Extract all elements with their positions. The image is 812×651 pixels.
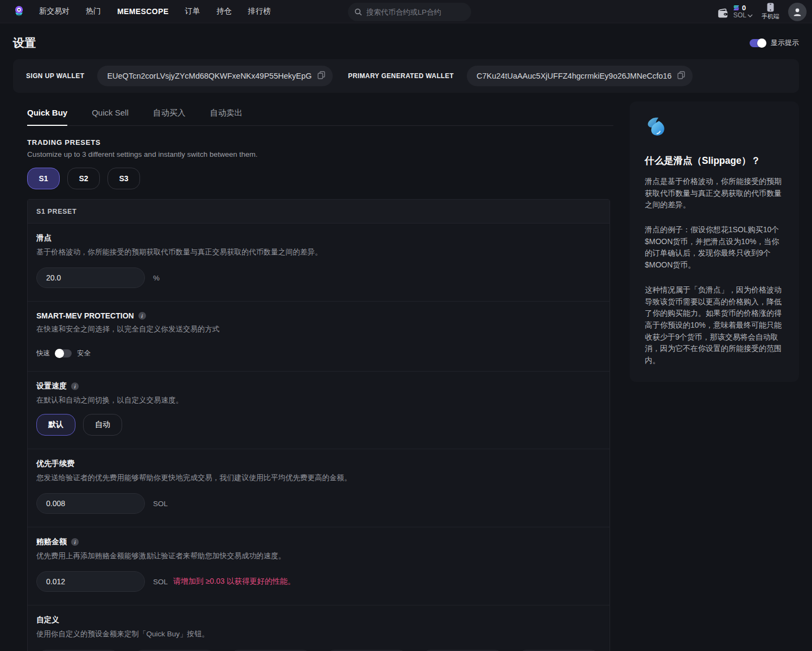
mobile-app-button[interactable]: 手机端 [762, 3, 779, 21]
signup-wallet-address[interactable]: EUeQTcn2corLVsjyZYcMd68QKWFxeNKx49P55Hek… [97, 66, 333, 86]
wallet-balance-menu[interactable]: 0 SOL [717, 4, 753, 19]
nav-memescope[interactable]: MEMESCOPE [117, 7, 169, 16]
mev-title: SMART-MEV PROTECTION [36, 311, 134, 320]
mobile-app-label: 手机端 [762, 12, 779, 21]
sol-bars-icon [734, 6, 739, 11]
primary-wallet-address-text: C7Ku24tUaAAuc5XjUFFZ4hgcrmkiEy9o26JMNeCc… [477, 72, 671, 80]
speed-auto-button[interactable]: 自动 [83, 414, 122, 436]
balance-display: 0 SOL [733, 4, 753, 19]
priority-fee-unit: SOL [153, 500, 168, 508]
wallet-bar: SIGN UP WALLET EUeQTcn2corLVsjyZYcMd68QK… [13, 59, 799, 93]
page-title: 设置 [13, 35, 36, 50]
priority-fee-desc: 您发送给验证者的优先费用能够帮助你更快地完成交易，我们建议使用比平均优先费更高的… [36, 473, 601, 483]
priority-fee-input[interactable] [36, 493, 145, 514]
water-drop-icon [645, 117, 667, 139]
tab-auto-buy[interactable]: 自动买入 [153, 101, 186, 125]
help-paragraph-1: 滑点是基于价格波动，你所能接受的预期获取代币数量与真正交易获取的代币数量之间的差… [645, 176, 784, 211]
settings-column: Quick Buy Quick Sell 自动买入 自动卖出 TRADING P… [13, 101, 613, 651]
phone-icon [766, 3, 775, 12]
nav-leaderboard[interactable]: 排行榜 [248, 7, 271, 16]
trading-presets-title: TRADING PRESETS [27, 138, 613, 146]
show-tips-label: 显示提示 [771, 38, 799, 48]
trading-presets-subtitle: Customize up to 3 different settings and… [27, 150, 613, 158]
speed-section: 设置速度 i 在默认和自动之间切换，以自定义交易速度。 默认 自动 [28, 372, 610, 449]
nav-orders[interactable]: 订单 [185, 7, 200, 16]
mev-desc: 在快速和安全之间选择，以完全自定义你发送交易的方式 [36, 324, 601, 334]
help-paragraph-2: 滑点的例子：假设你想花1SOL购买10个$MOON货币，并把滑点设为10%，当你… [645, 224, 784, 271]
bribe-desc: 优先费用上再添加贿赂金额能够激励让验证者来帮助您加快交易成功的速度。 [36, 551, 601, 561]
search-box[interactable] [348, 3, 471, 21]
bribe-unit: SOL [153, 578, 168, 586]
nav-holdings[interactable]: 持仓 [217, 7, 232, 16]
slippage-desc: 基于价格波动，你所能接受的预期获取代币数量与真正交易获取的代币数量之间的差异。 [36, 247, 601, 257]
settings-tabs: Quick Buy Quick Sell 自动买入 自动卖出 [27, 101, 613, 126]
main-content: Quick Buy Quick Sell 自动买入 自动卖出 TRADING P… [0, 93, 812, 651]
page-header: 设置 显示提示 [0, 23, 812, 59]
tab-quick-buy[interactable]: Quick Buy [27, 101, 67, 126]
bribe-title: 贿赂金额 [36, 537, 67, 547]
priority-fee-section: 优先手续费 您发送给验证者的优先费用能够帮助你更快地完成交易，我们建议使用比平均… [28, 449, 610, 527]
balance-currency: SOL [733, 12, 746, 19]
preset-s3-button[interactable]: S3 [107, 168, 140, 189]
custom-title: 自定义 [36, 615, 601, 625]
preset-s1-button[interactable]: S1 [27, 168, 60, 189]
preset-switcher: S1 S2 S3 [27, 168, 613, 189]
slippage-help-card: 什么是滑点（Slippage）？ 滑点是基于价格波动，你所能接受的预期获取代币数… [630, 101, 799, 382]
info-icon[interactable]: i [71, 538, 79, 546]
chevron-down-icon [747, 14, 753, 17]
speed-desc: 在默认和自动之间切换，以自定义交易速度。 [36, 395, 601, 405]
slippage-title: 滑点 [36, 233, 601, 243]
custom-amounts-section: 自定义 使用你自定义的预设金额来定制「Quick Buy」按钮。 0.25 0.… [28, 605, 610, 651]
main-nav-links: 新交易对 热门 MEMESCOPE 订单 持仓 排行榜 [39, 7, 271, 16]
bribe-warning: 请增加到 ≥0.03 以获得更好的性能。 [173, 577, 295, 586]
nav-right-group: 0 SOL 手机端 [717, 0, 807, 23]
signup-wallet-address-text: EUeQTcn2corLVsjyZYcMd68QKWFxeNKx49P55Hek… [107, 72, 312, 80]
show-tips-control: 显示提示 [750, 38, 799, 48]
copy-icon[interactable] [677, 71, 685, 81]
top-nav: 新交易对 热门 MEMESCOPE 订单 持仓 排行榜 [0, 0, 812, 23]
slippage-unit: % [153, 274, 160, 282]
help-sidebar: 什么是滑点（Slippage）？ 滑点是基于价格波动，你所能接受的预期获取代币数… [630, 101, 799, 382]
copy-icon[interactable] [318, 71, 325, 81]
wallet-icon [717, 8, 729, 19]
tab-quick-sell[interactable]: Quick Sell [92, 101, 129, 125]
bribe-section: 贿赂金额 i 优先费用上再添加贿赂金额能够激励让验证者来帮助您加快交易成功的速度… [28, 527, 610, 605]
nav-new-pairs[interactable]: 新交易对 [39, 7, 69, 16]
primary-wallet-address[interactable]: C7Ku24tUaAAuc5XjUFFZ4hgcrmkiEy9o26JMNeCc… [467, 66, 693, 86]
show-tips-toggle[interactable] [750, 39, 766, 47]
mev-option-fast[interactable]: 快速 [36, 349, 50, 358]
speed-title: 设置速度 [36, 381, 67, 391]
info-icon[interactable]: i [138, 312, 146, 320]
speed-default-button[interactable]: 默认 [36, 414, 75, 436]
help-title: 什么是滑点（Slippage）？ [645, 154, 784, 167]
mev-section: SMART-MEV PROTECTION i 在快速和安全之间选择，以完全自定义… [28, 302, 610, 372]
primary-wallet-label: PRIMARY GENERATED WALLET [348, 72, 454, 80]
slippage-input[interactable] [36, 267, 145, 288]
signup-wallet-label: SIGN UP WALLET [26, 72, 84, 80]
info-icon[interactable]: i [71, 382, 79, 390]
priority-fee-title: 优先手续费 [36, 459, 601, 469]
custom-desc: 使用你自定义的预设金额来定制「Quick Buy」按钮。 [36, 629, 601, 639]
search-icon [354, 8, 362, 16]
preset-panel: S1 PRESET 滑点 基于价格波动，你所能接受的预期获取代币数量与真正交易获… [27, 199, 610, 651]
help-paragraph-3: 这种情况属于「负滑点」，因为价格波动导致该货币需要以更高的价格购入，降低了你的购… [645, 284, 784, 367]
preset-s2-button[interactable]: S2 [67, 168, 100, 189]
mev-toggle[interactable] [55, 349, 72, 358]
slippage-section: 滑点 基于价格波动，你所能接受的预期获取代币数量与真正交易获取的代币数量之间的差… [28, 224, 610, 302]
search-input[interactable] [366, 8, 465, 16]
mev-option-secure[interactable]: 安全 [77, 349, 91, 358]
app-logo-icon[interactable] [12, 4, 26, 18]
user-avatar[interactable] [788, 3, 807, 21]
balance-amount: 0 [742, 4, 746, 12]
preset-panel-title: S1 PRESET [28, 200, 610, 224]
bribe-input[interactable] [36, 571, 145, 592]
nav-trending[interactable]: 热门 [86, 7, 101, 16]
tab-auto-sell[interactable]: 自动卖出 [210, 101, 243, 125]
